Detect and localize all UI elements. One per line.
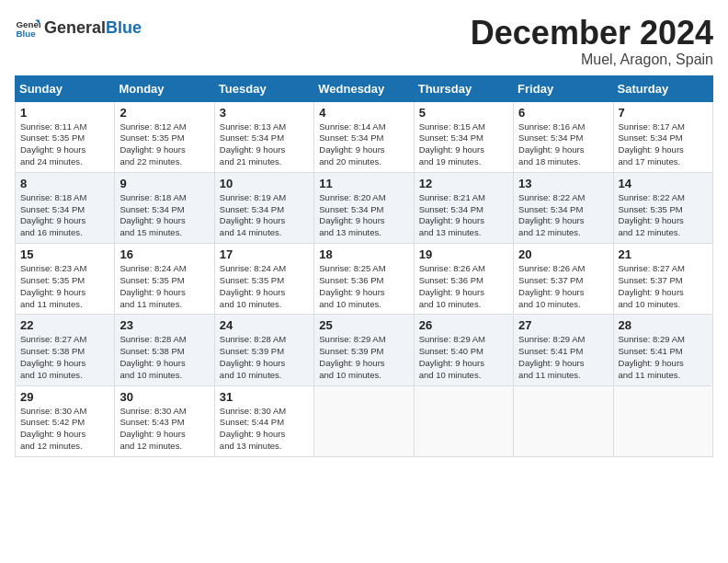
cell-text: Sunrise: 8:11 AMSunset: 5:35 PMDaylight:… (20, 121, 109, 168)
weekday-header-saturday: Saturday (613, 75, 712, 101)
cell-text: Sunrise: 8:27 AMSunset: 5:38 PMDaylight:… (20, 334, 109, 381)
day-number: 3 (220, 106, 309, 120)
day-number: 18 (319, 247, 408, 261)
logo-general: General (44, 19, 106, 36)
logo-blue: Blue (106, 19, 142, 36)
calendar-cell (514, 385, 613, 456)
day-number: 12 (419, 177, 508, 190)
calendar-cell: 9Sunrise: 8:18 AMSunset: 5:34 PMDaylight… (115, 172, 214, 243)
day-number: 16 (119, 247, 209, 261)
calendar-cell: 24Sunrise: 8:28 AMSunset: 5:39 PMDayligh… (214, 315, 313, 385)
cell-text: Sunrise: 8:28 AMSunset: 5:39 PMDaylight:… (220, 334, 309, 381)
calendar-cell: 19Sunrise: 8:26 AMSunset: 5:36 PMDayligh… (414, 244, 513, 315)
cell-text: Sunrise: 8:29 AMSunset: 5:40 PMDaylight:… (419, 334, 508, 381)
weekday-header-wednesday: Wednesday (314, 75, 414, 101)
day-number: 20 (518, 247, 608, 261)
day-number: 26 (419, 318, 508, 332)
calendar-cell: 3Sunrise: 8:13 AMSunset: 5:34 PMDaylight… (214, 101, 313, 172)
day-number: 14 (619, 177, 708, 190)
calendar-cell: 17Sunrise: 8:24 AMSunset: 5:35 PMDayligh… (214, 244, 313, 315)
week-row-3: 15Sunrise: 8:23 AMSunset: 5:35 PMDayligh… (16, 244, 713, 315)
calendar-cell: 16Sunrise: 8:24 AMSunset: 5:35 PMDayligh… (115, 244, 214, 315)
day-number: 7 (619, 106, 708, 120)
cell-text: Sunrise: 8:15 AMSunset: 5:34 PMDaylight:… (419, 121, 508, 168)
weekday-header-sunday: Sunday (16, 75, 115, 101)
cell-text: Sunrise: 8:26 AMSunset: 5:37 PMDaylight:… (518, 263, 608, 310)
day-number: 19 (419, 247, 508, 261)
week-row-2: 8Sunrise: 8:18 AMSunset: 5:34 PMDaylight… (16, 172, 713, 243)
day-number: 27 (518, 318, 608, 332)
calendar-cell: 11Sunrise: 8:20 AMSunset: 5:34 PMDayligh… (314, 172, 414, 243)
cell-text: Sunrise: 8:17 AMSunset: 5:34 PMDaylight:… (619, 121, 708, 168)
day-number: 15 (20, 247, 109, 261)
calendar-cell: 4Sunrise: 8:14 AMSunset: 5:34 PMDaylight… (314, 101, 414, 172)
cell-text: Sunrise: 8:28 AMSunset: 5:38 PMDaylight:… (119, 334, 209, 381)
calendar-cell: 1Sunrise: 8:11 AMSunset: 5:35 PMDaylight… (16, 101, 115, 172)
cell-text: Sunrise: 8:22 AMSunset: 5:35 PMDaylight:… (619, 192, 708, 239)
week-row-5: 29Sunrise: 8:30 AMSunset: 5:42 PMDayligh… (16, 385, 713, 456)
calendar-table: SundayMondayTuesdayWednesdayThursdayFrid… (15, 75, 713, 457)
cell-text: Sunrise: 8:21 AMSunset: 5:34 PMDaylight:… (419, 192, 508, 239)
cell-text: Sunrise: 8:24 AMSunset: 5:35 PMDaylight:… (119, 263, 209, 310)
calendar-cell: 10Sunrise: 8:19 AMSunset: 5:34 PMDayligh… (214, 172, 313, 243)
day-number: 28 (619, 318, 708, 332)
cell-text: Sunrise: 8:12 AMSunset: 5:35 PMDaylight:… (119, 121, 209, 168)
weekday-header-row: SundayMondayTuesdayWednesdayThursdayFrid… (16, 75, 713, 101)
cell-text: Sunrise: 8:25 AMSunset: 5:36 PMDaylight:… (319, 263, 408, 310)
weekday-header-friday: Friday (514, 75, 613, 101)
cell-text: Sunrise: 8:19 AMSunset: 5:34 PMDaylight:… (220, 192, 309, 239)
day-number: 2 (119, 106, 209, 120)
day-number: 23 (119, 318, 209, 332)
day-number: 9 (119, 177, 209, 190)
weekday-header-monday: Monday (115, 75, 214, 101)
weekday-header-thursday: Thursday (414, 75, 513, 101)
calendar-cell: 13Sunrise: 8:22 AMSunset: 5:34 PMDayligh… (514, 172, 613, 243)
week-row-1: 1Sunrise: 8:11 AMSunset: 5:35 PMDaylight… (16, 101, 713, 172)
location: Muel, Aragon, Spain (471, 52, 713, 68)
day-number: 13 (518, 177, 608, 190)
cell-text: Sunrise: 8:16 AMSunset: 5:34 PMDaylight:… (518, 121, 608, 168)
calendar-cell (613, 385, 712, 456)
day-number: 1 (20, 106, 109, 120)
calendar-cell: 6Sunrise: 8:16 AMSunset: 5:34 PMDaylight… (514, 101, 613, 172)
calendar-cell: 5Sunrise: 8:15 AMSunset: 5:34 PMDaylight… (414, 101, 513, 172)
cell-text: Sunrise: 8:29 AMSunset: 5:41 PMDaylight:… (518, 334, 608, 381)
weekday-header-tuesday: Tuesday (214, 75, 313, 101)
cell-text: Sunrise: 8:26 AMSunset: 5:36 PMDaylight:… (419, 263, 508, 310)
day-number: 5 (419, 106, 508, 120)
day-number: 29 (20, 390, 109, 404)
day-number: 24 (220, 318, 309, 332)
calendar-cell: 28Sunrise: 8:29 AMSunset: 5:41 PMDayligh… (613, 315, 712, 385)
title-block: December 2024 Muel, Aragon, Spain (471, 15, 713, 68)
calendar-cell: 27Sunrise: 8:29 AMSunset: 5:41 PMDayligh… (514, 315, 613, 385)
calendar-cell: 7Sunrise: 8:17 AMSunset: 5:34 PMDaylight… (613, 101, 712, 172)
month-title: December 2024 (471, 15, 713, 52)
cell-text: Sunrise: 8:22 AMSunset: 5:34 PMDaylight:… (518, 192, 608, 239)
cell-text: Sunrise: 8:20 AMSunset: 5:34 PMDaylight:… (319, 192, 408, 239)
logo: General Blue GeneralBlue (15, 15, 142, 40)
calendar-cell: 15Sunrise: 8:23 AMSunset: 5:35 PMDayligh… (16, 244, 115, 315)
day-number: 31 (220, 390, 309, 404)
page-header: General Blue GeneralBlue December 2024 M… (15, 15, 713, 68)
week-row-4: 22Sunrise: 8:27 AMSunset: 5:38 PMDayligh… (16, 315, 713, 385)
calendar-cell: 20Sunrise: 8:26 AMSunset: 5:37 PMDayligh… (514, 244, 613, 315)
calendar-cell: 26Sunrise: 8:29 AMSunset: 5:40 PMDayligh… (414, 315, 513, 385)
cell-text: Sunrise: 8:27 AMSunset: 5:37 PMDaylight:… (619, 263, 708, 310)
svg-text:Blue: Blue (16, 29, 36, 39)
day-number: 8 (20, 177, 109, 190)
day-number: 10 (220, 177, 309, 190)
cell-text: Sunrise: 8:30 AMSunset: 5:44 PMDaylight:… (220, 406, 309, 453)
calendar-cell: 31Sunrise: 8:30 AMSunset: 5:44 PMDayligh… (214, 385, 313, 456)
day-number: 6 (518, 106, 608, 120)
cell-text: Sunrise: 8:30 AMSunset: 5:43 PMDaylight:… (119, 406, 209, 453)
cell-text: Sunrise: 8:29 AMSunset: 5:41 PMDaylight:… (619, 334, 708, 381)
calendar-cell (414, 385, 513, 456)
calendar-cell (314, 385, 414, 456)
calendar-cell: 29Sunrise: 8:30 AMSunset: 5:42 PMDayligh… (16, 385, 115, 456)
calendar-cell: 21Sunrise: 8:27 AMSunset: 5:37 PMDayligh… (613, 244, 712, 315)
day-number: 17 (220, 247, 309, 261)
calendar-cell: 18Sunrise: 8:25 AMSunset: 5:36 PMDayligh… (314, 244, 414, 315)
cell-text: Sunrise: 8:18 AMSunset: 5:34 PMDaylight:… (20, 192, 109, 239)
calendar-cell: 23Sunrise: 8:28 AMSunset: 5:38 PMDayligh… (115, 315, 214, 385)
cell-text: Sunrise: 8:14 AMSunset: 5:34 PMDaylight:… (319, 121, 408, 168)
